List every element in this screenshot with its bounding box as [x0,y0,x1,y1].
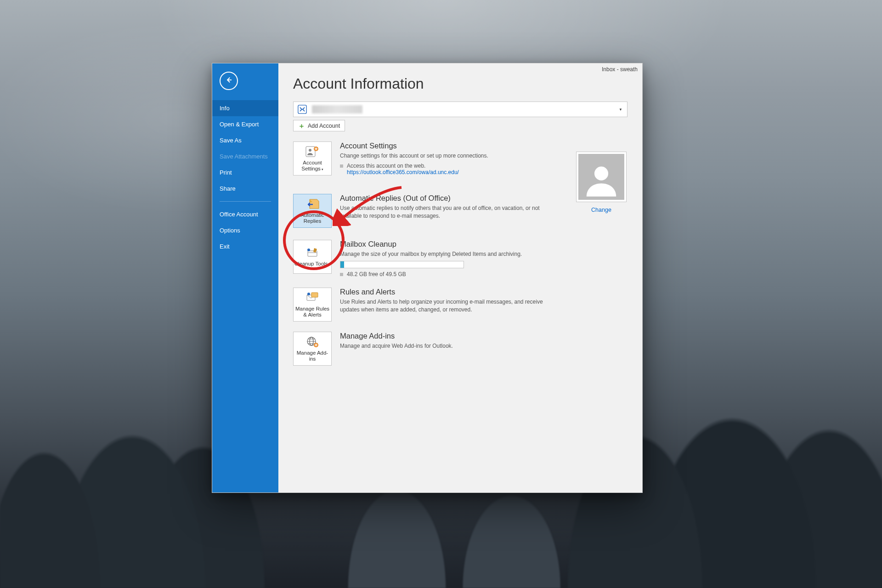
cleanup-tools-tile[interactable]: Cleanup Tools▾ [293,240,332,274]
nav-exit[interactable]: Exit [212,238,278,254]
web-access-text: Access this account on the web. [347,163,459,169]
manage-addins-tile[interactable]: Manage Add-ins [293,332,332,366]
nav-save-as[interactable]: Save As [212,132,278,148]
tile-label: Automatic Replies [294,212,331,224]
cleanup-tools-icon [305,246,320,259]
tile-label: Account Settings▾ [294,160,331,172]
section-title: Account Settings [340,141,628,150]
account-selector[interactable]: ▼ [293,102,628,117]
add-account-label: Add Account [308,123,340,129]
manage-addins-icon [305,335,320,348]
section-desc: Manage and acquire Web Add-ins for Outlo… [340,342,560,350]
automatic-replies-icon [305,198,320,210]
section-desc: Change settings for this account or set … [340,152,560,160]
rules-alerts-icon [305,291,320,304]
bullet-icon [340,164,343,168]
back-button[interactable] [220,72,238,90]
nav-share[interactable]: Share [212,181,278,197]
tile-label: Manage Add-ins [294,350,331,362]
svg-point-6 [307,249,310,251]
automatic-replies-tile[interactable]: Automatic Replies [293,194,332,228]
mailbox-quota-bar [340,261,464,268]
bullet-icon [340,273,343,276]
nav-office-account[interactable]: Office Account [212,206,278,222]
nav-info[interactable]: Info [212,100,278,116]
avatar-frame [576,152,627,202]
svg-point-3 [309,149,311,152]
account-settings-icon [305,145,320,158]
window-title: Inbox - sweath [602,66,638,73]
quota-text: 48.2 GB free of 49.5 GB [347,271,406,277]
account-settings-tile[interactable]: Account Settings▾ [293,141,332,175]
nav-options[interactable]: Options [212,222,278,238]
outlook-backstage-window: Info Open & Export Save As Save Attachme… [212,63,643,493]
page-title: Account Information [293,75,628,92]
nav-open-export[interactable]: Open & Export [212,116,278,132]
plus-icon: ＋ [298,122,305,129]
account-name-redacted [312,105,362,113]
section-title: Mailbox Cleanup [340,240,628,249]
svg-point-9 [307,293,310,295]
avatar-placeholder-icon [578,154,624,200]
backstage-sidebar: Info Open & Export Save As Save Attachme… [212,63,278,492]
arrow-left-icon [225,76,233,86]
section-desc: Use automatic replies to notify others t… [340,204,560,220]
exchange-icon [297,104,307,114]
nav-separator [220,201,271,202]
rules-alerts-tile[interactable]: Manage Rules & Alerts [293,288,332,322]
nav-save-attachments: Save Attachments [212,148,278,164]
chevron-down-icon: ▼ [619,107,622,112]
section-desc: Manage the size of your mailbox by empty… [340,250,560,258]
change-photo-link[interactable]: Change [591,207,611,213]
account-avatar-card: Change [576,152,627,214]
nav-print[interactable]: Print [212,164,278,181]
tile-label: Cleanup Tools▾ [294,261,331,267]
section-title: Rules and Alerts [340,288,628,296]
owa-url-link[interactable]: https://outlook.office365.com/owa/ad.unc… [347,169,459,175]
backstage-main: Inbox - sweath Account Information ▼ ＋ A… [278,63,642,492]
add-account-button[interactable]: ＋ Add Account [293,120,345,131]
tile-label: Manage Rules & Alerts [294,306,331,318]
svg-rect-8 [311,293,318,297]
section-desc: Use Rules and Alerts to help organize yo… [340,298,560,314]
svg-point-1 [594,167,608,181]
section-title: Manage Add-ins [340,332,628,340]
